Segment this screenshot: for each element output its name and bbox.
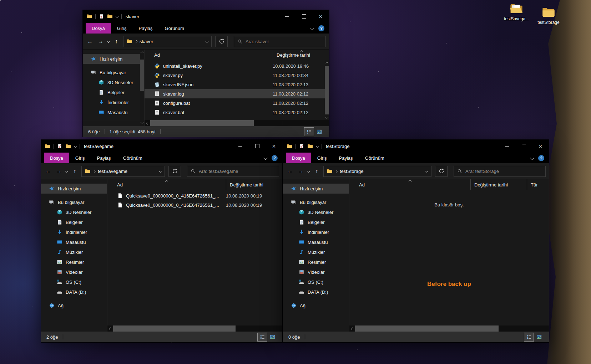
file-row[interactable]: skaverINF.json 11.08.2020 02:13: [145, 80, 329, 89]
sidebar-item[interactable]: İndirilenler: [83, 97, 140, 107]
search-box[interactable]: Ara: testStorage: [454, 166, 546, 177]
titlebar[interactable]: testSavegame ×: [41, 140, 282, 153]
titlebar[interactable]: testStorage ×: [283, 140, 549, 153]
sidebar-item[interactable]: OS (C:): [283, 277, 349, 287]
horizontal-scrollbar[interactable]: [107, 325, 282, 332]
forward-button[interactable]: →: [55, 168, 63, 174]
address-dropdown-chevron-icon[interactable]: [159, 170, 162, 173]
recent-locations-chevron-icon[interactable]: [65, 170, 68, 173]
ribbon-tab[interactable]: Paylaş: [91, 153, 117, 163]
sidebar-item[interactable]: Hızlı erişim: [283, 184, 349, 194]
details-view-button[interactable]: [304, 128, 314, 136]
scrollbar-thumb[interactable]: [150, 120, 254, 126]
ribbon-tab[interactable]: Dosya: [86, 23, 111, 34]
file-row[interactable]: configure.bat 11.08.2020 02:12: [145, 98, 329, 108]
scroll-down-icon[interactable]: [141, 121, 143, 124]
quick-access-newfolder-icon[interactable]: [307, 143, 313, 149]
sidebar-item[interactable]: İndirilenler: [41, 227, 107, 237]
ribbon-expand-chevron-icon[interactable]: [530, 156, 534, 160]
qat-customize-chevron-icon[interactable]: [116, 15, 118, 18]
up-button[interactable]: ↑: [71, 168, 79, 174]
sidebar-item[interactable]: Resimler: [283, 257, 349, 267]
quick-access-properties-icon[interactable]: [99, 14, 104, 19]
minimize-button[interactable]: [232, 140, 249, 153]
sidebar-item[interactable]: Hızlı erişim: [83, 54, 140, 64]
file-row[interactable]: skaver.bat 11.08.2020 02:12: [145, 108, 329, 117]
sidebar-item[interactable]: DATA (D:): [41, 287, 107, 297]
sidebar-item[interactable]: Resimler: [41, 257, 107, 267]
sidebar-item[interactable]: Ağ: [283, 301, 349, 311]
sidebar-item[interactable]: Müzikler: [41, 247, 107, 257]
file-row[interactable]: Quicksave0_00000000_0_416E64726561_... 1…: [107, 200, 282, 210]
ribbon-tab[interactable]: Dosya: [44, 153, 69, 163]
column-header[interactable]: Tür: [527, 179, 549, 190]
column-header[interactable]: Ad: [107, 179, 226, 190]
scroll-left-icon[interactable]: [145, 120, 150, 126]
scroll-down-icon[interactable]: [325, 116, 328, 119]
horizontal-scrollbar[interactable]: [349, 325, 549, 332]
column-header[interactable]: Değiştirme tarihi: [273, 50, 329, 60]
address-bar[interactable]: testStorage: [323, 166, 431, 177]
up-button[interactable]: ↑: [313, 168, 320, 174]
back-button[interactable]: ←: [286, 168, 294, 174]
scroll-left-icon[interactable]: [349, 325, 355, 332]
quick-access-properties-icon[interactable]: [299, 144, 304, 149]
ribbon-tab[interactable]: Görünüm: [117, 153, 148, 163]
help-button[interactable]: ?: [272, 155, 278, 161]
sidebar-item[interactable]: Belgeler: [283, 217, 349, 227]
qat-customize-chevron-icon[interactable]: [74, 145, 77, 148]
sidebar-scrollbar[interactable]: [140, 50, 144, 126]
address-dropdown-chevron-icon[interactable]: [206, 40, 208, 43]
column-header[interactable]: Değiştirme tarihi: [470, 179, 527, 190]
back-button[interactable]: ←: [86, 38, 94, 45]
column-header[interactable]: Ad: [349, 179, 470, 190]
details-view-button[interactable]: [524, 333, 534, 341]
scrollbar-thumb[interactable]: [140, 60, 144, 91]
sidebar-item[interactable]: Bu bilgisayar: [41, 197, 107, 207]
quick-access-newfolder-icon[interactable]: [65, 143, 71, 149]
desktop-icon-testsavegame[interactable]: testSavega...: [502, 2, 531, 21]
sidebar-item[interactable]: Bu bilgisayar: [283, 197, 349, 207]
help-button[interactable]: ?: [538, 155, 544, 161]
refresh-button[interactable]: [435, 166, 448, 177]
file-row[interactable]: uninstall_skaver.py 10.08.2020 19:46: [145, 61, 329, 71]
ribbon-tab[interactable]: Dosya: [286, 153, 311, 163]
sidebar-item[interactable]: İndirilenler: [283, 227, 349, 237]
scroll-left-icon[interactable]: [107, 325, 113, 332]
sidebar-item[interactable]: Bu bilgisayar: [83, 67, 140, 77]
sidebar-item[interactable]: 3D Nesneler: [283, 207, 349, 217]
sidebar-item[interactable]: Hızlı erişim: [41, 184, 107, 194]
thumbnails-view-button[interactable]: [314, 128, 324, 136]
back-button[interactable]: ←: [44, 168, 52, 174]
scrollbar-thumb[interactable]: [355, 325, 499, 332]
sidebar-item[interactable]: Videolar: [41, 267, 107, 277]
refresh-button[interactable]: [215, 36, 228, 47]
file-row[interactable]: Quicksave0_00000000_0_416E64726561_... 1…: [107, 191, 282, 200]
minimize-button[interactable]: [499, 140, 515, 153]
search-box[interactable]: Ara: skaver: [234, 36, 326, 47]
ribbon-tab[interactable]: Giriş: [69, 153, 91, 163]
qat-customize-chevron-icon[interactable]: [316, 145, 319, 148]
ribbon-tab[interactable]: Paylaş: [333, 153, 359, 163]
refresh-button[interactable]: [168, 166, 181, 177]
address-bar[interactable]: skaver: [123, 36, 212, 47]
address-dropdown-chevron-icon[interactable]: [425, 170, 428, 173]
thumbnails-view-button[interactable]: [534, 333, 544, 341]
quick-access-properties-icon[interactable]: [57, 144, 62, 149]
scroll-up-icon[interactable]: [141, 51, 143, 54]
ribbon-tab[interactable]: Giriş: [111, 23, 133, 34]
up-button[interactable]: ↑: [112, 38, 120, 45]
close-button[interactable]: ×: [312, 10, 329, 23]
forward-button[interactable]: →: [297, 168, 305, 174]
sidebar-item[interactable]: DATA (D:): [283, 287, 349, 297]
sidebar-item[interactable]: Videolar: [283, 267, 349, 277]
thumbnails-view-button[interactable]: [268, 333, 277, 341]
sidebar-item[interactable]: Belgeler: [41, 217, 107, 227]
search-box[interactable]: Ara: testSavegame: [187, 166, 279, 177]
sidebar-item[interactable]: 3D Nesneler: [83, 77, 140, 87]
sidebar-item[interactable]: Belgeler: [83, 87, 140, 97]
close-button[interactable]: ×: [532, 140, 549, 153]
horizontal-scrollbar[interactable]: [145, 120, 329, 126]
ribbon-expand-chevron-icon[interactable]: [310, 26, 314, 30]
file-row[interactable]: skaver.log 11.08.2020 02:12: [145, 89, 329, 98]
